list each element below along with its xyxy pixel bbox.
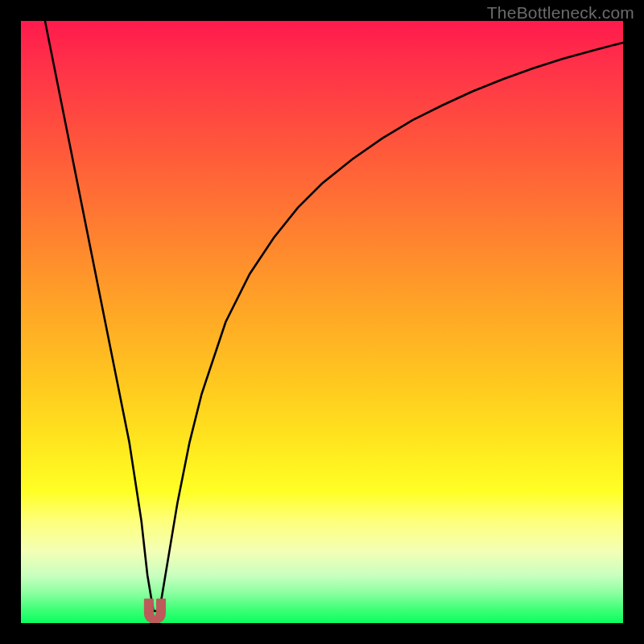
- chart-frame: TheBottleneck.com: [0, 0, 644, 644]
- bottleneck-curve: [45, 21, 623, 611]
- plot-area: [21, 21, 623, 623]
- bottleneck-curve-svg: [21, 21, 623, 623]
- watermark-text: TheBottleneck.com: [487, 3, 634, 23]
